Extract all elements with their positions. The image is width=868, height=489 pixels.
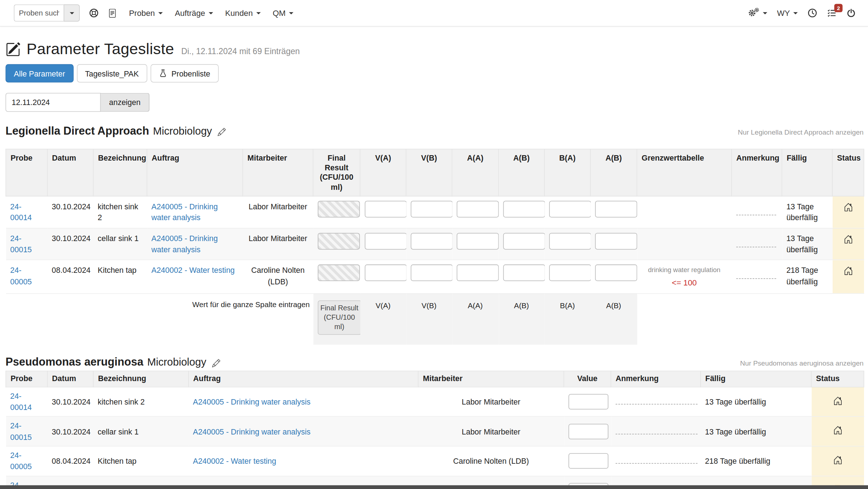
ab-input[interactable]: [503, 233, 544, 249]
ab-input[interactable]: [503, 201, 544, 218]
va-input[interactable]: [365, 265, 406, 281]
value-input[interactable]: [568, 453, 608, 469]
status-cell[interactable]: [811, 446, 864, 476]
auftrag-link[interactable]: A240002 - Water testing: [193, 457, 276, 466]
ab2-input[interactable]: [595, 233, 637, 249]
anmerkung-field[interactable]: [615, 427, 697, 434]
probe-cell: 24-00005: [6, 260, 47, 293]
status-cell[interactable]: [832, 260, 864, 293]
va-cell: [360, 260, 406, 293]
tab-probenliste[interactable]: Probenliste: [150, 64, 218, 83]
probe-cell: 24-00014: [6, 387, 47, 416]
auftrag-link[interactable]: A240002 - Water testing: [151, 266, 235, 275]
chevron-down-icon: [289, 12, 293, 14]
power-icon[interactable]: [846, 8, 856, 18]
section-filter-link[interactable]: Nur Pseudomonas aeruginosa anzeigen: [740, 360, 864, 369]
anmerkung-field[interactable]: [736, 240, 776, 247]
probe-link[interactable]: 24-00014: [10, 202, 32, 222]
va-input[interactable]: [365, 201, 406, 218]
auftrag-link[interactable]: A240005 - Drinking water analysis: [151, 234, 218, 254]
ba-cell: [544, 228, 590, 260]
vb-cell: [406, 260, 452, 293]
anmerkung-field[interactable]: [736, 208, 776, 215]
aa-input[interactable]: [456, 201, 499, 218]
anmerkung-field[interactable]: [736, 272, 776, 279]
date-filter: anzeigen: [5, 93, 863, 112]
auftrag-cell: A240005 - Drinking water analysis: [188, 387, 418, 416]
fill-column-ba[interactable]: B(A): [544, 293, 590, 345]
ba-input[interactable]: [549, 201, 590, 218]
fill-column-ab2[interactable]: A(B): [590, 293, 637, 345]
menu-qm[interactable]: QM: [273, 9, 293, 18]
faellig-cell: 13 Tage überfällig: [782, 228, 833, 260]
tab-alle-parameter[interactable]: Alle Parameter: [5, 64, 73, 83]
pencil-square-icon: [5, 42, 20, 58]
col-status: Status: [811, 371, 864, 387]
menu-kunden[interactable]: Kunden: [225, 9, 260, 18]
fill-column-vb[interactable]: V(B): [406, 293, 452, 345]
anmerkung-field[interactable]: [615, 397, 697, 405]
anmerkung-field[interactable]: [615, 457, 697, 464]
va-input[interactable]: [365, 233, 406, 249]
probe-link[interactable]: 24-00015: [10, 421, 32, 441]
clock-icon[interactable]: [808, 8, 817, 18]
probe-link[interactable]: 24-00005: [10, 266, 32, 286]
col-bezeichnung: Bezeichnung: [93, 371, 188, 387]
settings-menu[interactable]: [748, 9, 767, 17]
file-text-icon[interactable]: [108, 9, 117, 18]
ba-input[interactable]: [549, 265, 590, 281]
probe-link[interactable]: 24-00005: [10, 451, 32, 471]
ab2-input[interactable]: [595, 201, 637, 218]
date-input[interactable]: [5, 93, 101, 112]
aa-input[interactable]: [456, 265, 499, 281]
status-cell[interactable]: [811, 387, 864, 416]
pencil-icon[interactable]: [217, 128, 226, 138]
fill-column-aa[interactable]: A(A): [452, 293, 499, 345]
grenzwerttabelle-cell: [637, 228, 732, 260]
menu-auftraege-label: Aufträge: [175, 9, 205, 18]
search-dropdown-button[interactable]: [64, 4, 79, 22]
section-filter-link[interactable]: Nur Legionella Direct Approach anzeigen: [738, 128, 863, 138]
bezeichnung-cell: cellar sink 1: [93, 228, 147, 260]
ba-input[interactable]: [549, 233, 590, 249]
vb-input[interactable]: [411, 201, 452, 218]
fill-column-va[interactable]: V(A): [360, 293, 406, 345]
auftrag-link[interactable]: A240005 - Drinking water analysis: [151, 202, 218, 222]
col-ab2: A(B): [590, 149, 637, 196]
ab-input[interactable]: [503, 265, 544, 281]
tab-tagesliste-pak[interactable]: Tagesliste_PAK: [77, 64, 147, 83]
va-cell: [360, 196, 406, 228]
chevron-down-icon: [208, 12, 213, 14]
grenzwert-name: drinking water regulation: [641, 266, 727, 276]
fill-column-ab[interactable]: A(B): [499, 293, 544, 345]
search-input[interactable]: [14, 4, 64, 22]
status-cell[interactable]: [811, 416, 864, 446]
menu-auftraege[interactable]: Aufträge: [175, 9, 213, 18]
status-cell[interactable]: [832, 228, 864, 260]
vb-input[interactable]: [411, 265, 452, 281]
aa-input[interactable]: [456, 233, 499, 249]
tasklist-icon[interactable]: 2: [827, 8, 837, 18]
col-mitarbeiter: Mitarbeiter: [243, 149, 313, 196]
value-input[interactable]: [568, 394, 608, 410]
user-menu[interactable]: WY: [777, 9, 798, 18]
show-button[interactable]: anzeigen: [101, 93, 149, 112]
probe-link[interactable]: 24-00015: [10, 234, 32, 254]
ab2-input[interactable]: [595, 265, 637, 281]
ab2-cell: [590, 260, 637, 293]
auftrag-link[interactable]: A240005 - Drinking water analysis: [193, 397, 311, 406]
col-anmerkung: Anmerkung: [732, 149, 782, 196]
status-cell[interactable]: [832, 196, 864, 228]
mitarbeiter-cell: Caroline Nolten (LDB): [243, 260, 313, 293]
footer-spacer: [637, 293, 864, 345]
datum-cell: 30.10.2024: [47, 387, 93, 416]
menu-proben[interactable]: Proben: [129, 9, 162, 18]
grenzwert-limit[interactable]: <= 100: [641, 277, 727, 289]
vb-input[interactable]: [411, 233, 452, 249]
life-ring-icon[interactable]: [89, 8, 99, 18]
pencil-icon[interactable]: [212, 359, 220, 369]
value-input[interactable]: [568, 424, 608, 439]
probe-link[interactable]: 24-00014: [10, 392, 32, 412]
auftrag-link[interactable]: A240005 - Drinking water analysis: [193, 427, 311, 436]
bezeichnung-cell: Kitchen tap: [93, 446, 188, 476]
